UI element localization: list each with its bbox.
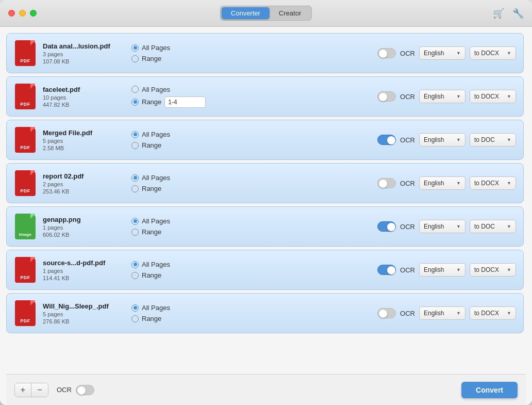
converter-tab[interactable]: Converter bbox=[222, 7, 270, 19]
creator-tab[interactable]: Creator bbox=[270, 7, 310, 19]
range-option[interactable]: Range bbox=[131, 96, 198, 108]
all-pages-option[interactable]: All Pages bbox=[131, 174, 198, 182]
range-input[interactable] bbox=[164, 96, 206, 108]
all-pages-option[interactable]: All Pages bbox=[131, 131, 198, 138]
convert-button[interactable]: Convert bbox=[461, 382, 518, 398]
range-option[interactable]: Range bbox=[131, 55, 198, 62]
minimize-button[interactable] bbox=[19, 10, 26, 17]
format-dropdown[interactable]: to DOCX ▼ bbox=[470, 46, 516, 60]
range-radio[interactable] bbox=[131, 272, 139, 279]
format-value: to DOC bbox=[474, 223, 495, 230]
range-option[interactable]: Range bbox=[131, 315, 198, 322]
range-radio[interactable] bbox=[131, 99, 139, 106]
language-dropdown[interactable]: English ▼ bbox=[419, 90, 466, 103]
ocr-toggle[interactable] bbox=[377, 135, 396, 145]
language-dropdown[interactable]: English ▼ bbox=[419, 46, 466, 60]
language-dropdown[interactable]: English ▼ bbox=[419, 176, 466, 190]
ocr-toggle[interactable] bbox=[377, 91, 396, 102]
all-pages-radio[interactable] bbox=[131, 86, 139, 93]
language-dropdown[interactable]: English ▼ bbox=[419, 133, 466, 147]
language-arrow-icon: ▼ bbox=[456, 51, 461, 56]
range-radio[interactable] bbox=[131, 229, 139, 236]
ocr-label: OCR bbox=[400, 50, 415, 57]
app-window: Converter Creator 🛒 🔧 Data anal...lusion… bbox=[0, 0, 532, 405]
all-pages-option[interactable]: All Pages bbox=[131, 217, 198, 225]
file-icon bbox=[14, 300, 37, 327]
all-pages-radio[interactable] bbox=[131, 261, 139, 268]
all-pages-radio[interactable] bbox=[131, 44, 139, 52]
range-radio[interactable] bbox=[131, 315, 139, 322]
all-pages-option[interactable]: All Pages bbox=[131, 86, 198, 93]
file-pages: 3 pages bbox=[43, 51, 125, 57]
settings-icon[interactable]: 🔧 bbox=[512, 8, 524, 19]
all-pages-option[interactable]: All Pages bbox=[131, 44, 198, 52]
file-info: faceleet.pdf 10 pages 447.82 KB bbox=[43, 86, 125, 108]
range-option[interactable]: Range bbox=[131, 141, 198, 149]
file-row: report 02.pdf 2 pages 253.46 KB All Page… bbox=[6, 163, 524, 203]
language-value: English bbox=[424, 93, 444, 100]
ocr-toggle[interactable] bbox=[377, 221, 396, 232]
file-info: Will_Nig...Sleep_.pdf 5 pages 276.86 KB bbox=[43, 302, 125, 325]
ocr-toggle[interactable] bbox=[377, 265, 396, 275]
titlebar-icons: 🛒 🔧 bbox=[493, 8, 524, 19]
range-radio[interactable] bbox=[131, 55, 139, 62]
format-dropdown[interactable]: to DOCX ▼ bbox=[470, 90, 516, 103]
file-size: 2.58 MB bbox=[43, 145, 125, 151]
range-label: Range bbox=[142, 315, 161, 322]
language-arrow-icon: ▼ bbox=[456, 224, 461, 229]
cart-icon[interactable]: 🛒 bbox=[493, 8, 504, 19]
all-pages-label: All Pages bbox=[142, 86, 170, 93]
format-dropdown[interactable]: to DOCX ▼ bbox=[470, 176, 516, 190]
range-option[interactable]: Range bbox=[131, 228, 198, 236]
range-option[interactable]: Range bbox=[131, 185, 198, 192]
file-size: 606.02 KB bbox=[43, 232, 125, 238]
all-pages-label: All Pages bbox=[142, 261, 170, 268]
bottom-bar: + − OCR Convert bbox=[6, 374, 526, 405]
all-pages-radio[interactable] bbox=[131, 304, 139, 312]
pdf-icon bbox=[15, 40, 36, 66]
file-row: Merged File.pdf 5 pages 2.58 MB All Page… bbox=[6, 120, 524, 160]
range-radio[interactable] bbox=[131, 142, 139, 149]
ocr-section: OCR English ▼ to DOC ▼ bbox=[377, 220, 516, 233]
ocr-label: OCR bbox=[400, 310, 415, 317]
file-list: Data anal...lusion.pdf 3 pages 107.08 KB… bbox=[6, 33, 526, 370]
all-pages-option[interactable]: All Pages bbox=[131, 304, 198, 312]
file-pages: 10 pages bbox=[43, 94, 125, 101]
file-icon bbox=[14, 83, 37, 110]
range-label: Range bbox=[142, 98, 161, 106]
add-remove-buttons: + − bbox=[14, 383, 48, 397]
range-radio[interactable] bbox=[131, 185, 139, 192]
pdf-icon bbox=[15, 84, 36, 109]
range-option[interactable]: Range bbox=[131, 271, 198, 279]
all-pages-radio[interactable] bbox=[131, 174, 139, 182]
format-dropdown[interactable]: to DOCX ▼ bbox=[470, 263, 516, 277]
remove-file-button[interactable]: − bbox=[31, 383, 48, 397]
format-dropdown[interactable]: to DOC ▼ bbox=[470, 220, 516, 233]
bottom-ocr-toggle[interactable] bbox=[76, 385, 94, 395]
all-pages-radio[interactable] bbox=[131, 218, 139, 225]
ocr-toggle-thumb bbox=[379, 93, 387, 101]
ocr-section: OCR English ▼ to DOCX ▼ bbox=[377, 263, 516, 277]
ocr-label: OCR bbox=[400, 136, 415, 144]
format-dropdown[interactable]: to DOCX ▼ bbox=[470, 306, 516, 320]
all-pages-radio[interactable] bbox=[131, 131, 139, 138]
add-file-button[interactable]: + bbox=[15, 383, 31, 397]
ocr-toggle[interactable] bbox=[377, 48, 396, 58]
file-info: genapp.png 1 pages 606.02 KB bbox=[43, 216, 125, 238]
all-pages-option[interactable]: All Pages bbox=[131, 261, 198, 268]
close-button[interactable] bbox=[8, 10, 15, 17]
ocr-toggle[interactable] bbox=[377, 308, 396, 318]
format-dropdown[interactable]: to DOC ▼ bbox=[470, 133, 516, 147]
bottom-ocr-section: OCR bbox=[57, 385, 94, 395]
language-dropdown[interactable]: English ▼ bbox=[419, 306, 466, 320]
maximize-button[interactable] bbox=[30, 10, 37, 17]
pdf-icon bbox=[15, 257, 36, 283]
range-label: Range bbox=[142, 141, 161, 149]
range-label: Range bbox=[142, 228, 161, 236]
language-dropdown[interactable]: English ▼ bbox=[419, 220, 466, 233]
language-dropdown[interactable]: English ▼ bbox=[419, 263, 466, 277]
file-name: genapp.png bbox=[43, 216, 125, 223]
all-pages-label: All Pages bbox=[142, 304, 170, 312]
file-name: faceleet.pdf bbox=[43, 86, 125, 93]
ocr-toggle[interactable] bbox=[377, 178, 396, 188]
